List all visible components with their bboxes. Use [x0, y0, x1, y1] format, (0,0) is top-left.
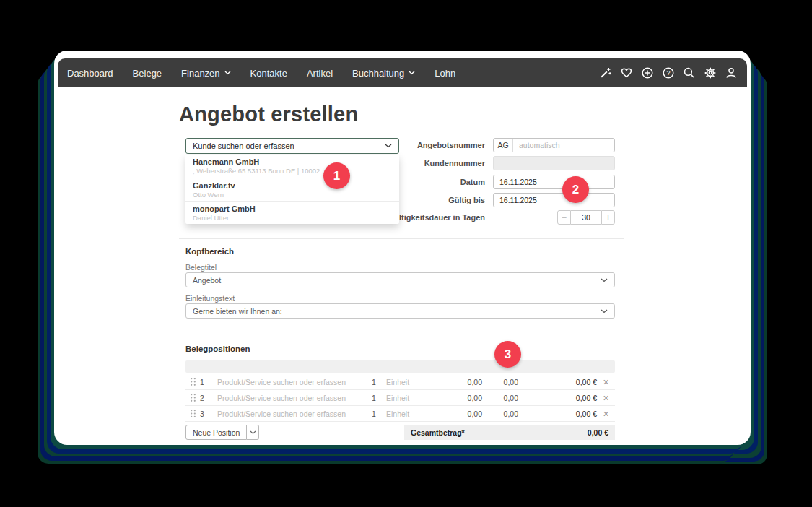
nav-lohn[interactable]: Lohn: [435, 68, 455, 79]
quantity-input[interactable]: 1: [372, 378, 386, 386]
product-search-input[interactable]: Produkt/Service suchen oder erfassen: [217, 378, 372, 386]
search-icon[interactable]: [683, 66, 696, 79]
customer-suggestion-item[interactable]: monopart GmbH Daniel Utter: [185, 201, 399, 224]
angebotsnummer-prefix: AG: [494, 139, 513, 152]
delete-row-icon[interactable]: ×: [597, 376, 615, 388]
nav-finanzen[interactable]: Finanzen: [181, 68, 230, 79]
position-number: 3: [200, 410, 217, 418]
product-search-input[interactable]: Produkt/Service suchen oder erfassen: [217, 394, 372, 402]
position-row: 3 Produkt/Service suchen oder erfassen 1…: [185, 406, 615, 422]
stepper-plus-button[interactable]: +: [601, 210, 615, 225]
customer-name: Ganzklar.tv: [193, 181, 392, 191]
nav-kontakte[interactable]: Kontakte: [250, 68, 287, 79]
price-input[interactable]: 0,00: [431, 410, 482, 418]
price-input[interactable]: 0,00: [431, 378, 482, 386]
drag-handle-icon[interactable]: [185, 409, 200, 418]
gueltig-bis-field[interactable]: 16.11.2025: [493, 193, 615, 207]
plus-circle-icon[interactable]: [641, 66, 654, 79]
price-input[interactable]: 0,00: [431, 394, 482, 402]
customer-name: monopart GmbH: [193, 204, 392, 214]
customer-suggestion-item[interactable]: Hanemann GmbH , Weberstraße 65 53113 Bon…: [185, 155, 399, 178]
main-navbar: Dashboard Belege Finanzen Kontakte Artik…: [58, 58, 747, 87]
chevron-down-icon: [409, 71, 415, 75]
gesamtbetrag-label: Gesamtbetrag*: [411, 428, 465, 437]
quantity-input[interactable]: 1: [372, 394, 386, 402]
nav-buchhaltung[interactable]: Buchhaltung: [352, 68, 415, 79]
position-number: 2: [200, 394, 217, 402]
row-total: 0,00 €: [518, 378, 597, 386]
chevron-down-icon: [601, 278, 608, 282]
row-total: 0,00 €: [518, 394, 597, 402]
unit-input[interactable]: Einheit: [386, 378, 431, 386]
kopfbereich-title: Kopfbereich: [185, 247, 234, 256]
customer-suggestion-item[interactable]: Ganzklar.tv Otto Wern: [185, 178, 399, 201]
unit-input[interactable]: Einheit: [386, 394, 431, 402]
customer-detail: Daniel Utter: [193, 214, 392, 222]
nav-artikel[interactable]: Artikel: [307, 68, 333, 79]
customer-search-select[interactable]: Kunde suchen oder erfassen: [185, 138, 399, 154]
tax-input[interactable]: 0,00: [482, 378, 518, 386]
gesamtbetrag-value: 0,00 €: [588, 428, 608, 437]
chevron-down-icon: [385, 144, 392, 148]
positions-table: 1 Produkt/Service suchen oder erfassen 1…: [185, 360, 615, 422]
chevron-down-icon: [250, 430, 256, 435]
nav-belege[interactable]: Belege: [133, 68, 162, 79]
belegtitel-label: Belegtitel: [185, 263, 217, 272]
drag-handle-icon[interactable]: [185, 377, 200, 386]
chevron-down-icon: [224, 71, 231, 75]
section-divider: [179, 238, 624, 239]
gesamtbetrag-bar: Gesamtbetrag* 0,00 €: [404, 425, 615, 440]
gueltigkeitsdauer-stepper: − 30 +: [557, 210, 615, 225]
tax-input[interactable]: 0,00: [482, 394, 518, 402]
user-icon[interactable]: [725, 66, 738, 79]
angebotsnummer-placeholder: automatisch: [513, 139, 560, 152]
positions-table-header: [185, 360, 615, 373]
step-badge-3: 3: [494, 341, 521, 368]
page-title: Angebot erstellen: [179, 103, 358, 126]
row-total: 0,00 €: [518, 410, 597, 418]
stepper-value[interactable]: 30: [571, 210, 601, 225]
heart-icon[interactable]: [620, 66, 633, 79]
unit-input[interactable]: Einheit: [386, 410, 431, 418]
delete-row-icon[interactable]: ×: [597, 392, 615, 404]
gear-icon[interactable]: [704, 66, 717, 79]
navbar-icon-group: ?: [599, 66, 738, 79]
belegpositionen-title: Belegpositionen: [185, 344, 250, 353]
chevron-down-icon: [601, 309, 608, 313]
new-position-dropdown-button[interactable]: [247, 425, 259, 440]
position-row: 1 Produkt/Service suchen oder erfassen 1…: [185, 374, 615, 390]
step-badge-2: 2: [562, 176, 589, 203]
customer-detail: Otto Wern: [193, 191, 392, 199]
customer-search-placeholder: Kunde suchen oder erfassen: [193, 142, 294, 150]
drag-handle-icon[interactable]: [185, 393, 200, 402]
customer-suggestion-panel: Hanemann GmbH , Weberstraße 65 53113 Bon…: [185, 155, 399, 224]
nav-dashboard[interactable]: Dashboard: [67, 68, 113, 79]
quantity-input[interactable]: 1: [372, 410, 386, 418]
position-row: 2 Produkt/Service suchen oder erfassen 1…: [185, 390, 615, 406]
customer-detail: , Weberstraße 65 53113 Bonn DE | 10002: [193, 167, 392, 175]
desktop-background: Dashboard Belege Finanzen Kontakte Artik…: [0, 0, 812, 507]
help-icon[interactable]: ?: [662, 66, 675, 79]
new-position-button[interactable]: Neue Position: [185, 425, 247, 440]
new-position-split-button: Neue Position: [185, 425, 259, 440]
tax-input[interactable]: 0,00: [482, 410, 518, 418]
section-divider: [179, 334, 624, 334]
step-badge-1: 1: [323, 162, 350, 189]
einleitungstext-select[interactable]: Gerne bieten wir Ihnen an:: [185, 303, 615, 318]
einleitungstext-label: Einleitungstext: [185, 294, 235, 303]
kundennummer-field: [493, 156, 615, 170]
svg-text:?: ?: [666, 69, 670, 77]
belegtitel-value: Angebot: [193, 276, 221, 285]
delete-row-icon[interactable]: ×: [597, 408, 615, 420]
datum-field[interactable]: 16.11.2025: [493, 175, 615, 189]
angebotsnummer-field[interactable]: AG automatisch: [493, 138, 615, 152]
position-number: 1: [200, 378, 217, 386]
customer-name: Hanemann GmbH: [193, 157, 392, 167]
magic-wand-icon[interactable]: [599, 66, 612, 79]
product-search-input[interactable]: Produkt/Service suchen oder erfassen: [217, 410, 372, 418]
stepper-minus-button[interactable]: −: [557, 210, 571, 225]
app-window: Dashboard Belege Finanzen Kontakte Artik…: [54, 51, 751, 445]
belegtitel-select[interactable]: Angebot: [185, 272, 615, 287]
einleitungstext-value: Gerne bieten wir Ihnen an:: [193, 307, 282, 316]
